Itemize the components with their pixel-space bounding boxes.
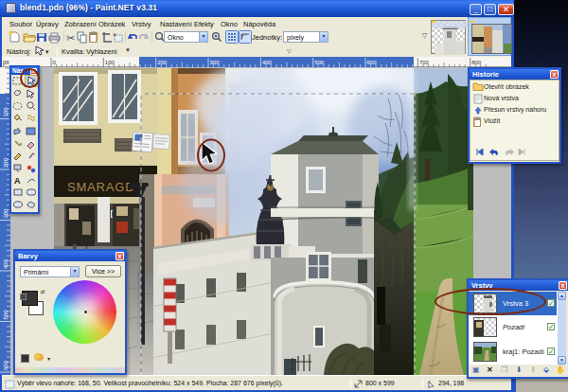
svg-text:500: 500: [314, 60, 325, 65]
svg-text:400: 400: [3, 258, 9, 269]
svg-text:500: 500: [3, 310, 9, 320]
svg-text:600: 600: [367, 60, 378, 65]
svg-text:200: 200: [157, 60, 168, 65]
svg-text:×: ×: [113, 31, 116, 38]
svg-text:▾: ▾: [45, 48, 49, 55]
svg-text:200: 200: [3, 157, 9, 168]
svg-text:400: 400: [262, 60, 273, 65]
svg-text:✂: ✂: [66, 32, 75, 44]
svg-text:700: 700: [419, 60, 430, 65]
svg-text:100: 100: [105, 60, 115, 65]
svg-text:SMARAGD: SMARAGD: [67, 180, 134, 194]
svg-text:300: 300: [3, 208, 9, 219]
svg-text:A: A: [14, 176, 21, 186]
svg-text:0: 0: [53, 60, 57, 65]
svg-text:600: 600: [3, 360, 9, 370]
svg-text:300: 300: [210, 60, 221, 65]
svg-text:100: 100: [3, 107, 9, 117]
svg-text:800: 800: [471, 60, 482, 65]
